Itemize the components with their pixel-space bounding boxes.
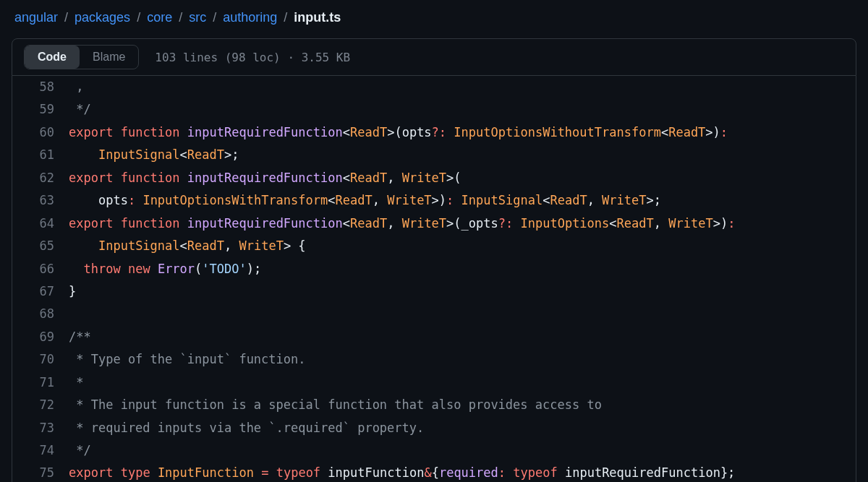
code-line: 71 * — [12, 371, 856, 394]
code-line: 70 * Type of the `input` function. — [12, 348, 856, 371]
code-line: 62export function inputRequiredFunction<… — [12, 167, 856, 189]
line-content: export function inputRequiredFunction<Re… — [69, 121, 856, 144]
line-content: export type InputFunction = typeof input… — [69, 462, 856, 482]
line-number[interactable]: 72 — [12, 394, 69, 416]
line-number[interactable]: 69 — [12, 326, 69, 348]
line-content: , — [69, 76, 856, 98]
code-line: 65 InputSignal<ReadT, WriteT> { — [12, 235, 856, 257]
line-content: export function inputRequiredFunction<Re… — [69, 212, 856, 235]
breadcrumb-link[interactable]: packages — [75, 10, 130, 25]
line-content: */ — [69, 98, 856, 121]
line-content: InputSignal<ReadT, WriteT> { — [69, 235, 856, 257]
line-content: throw new Error('TODO'); — [69, 258, 856, 280]
breadcrumb-link[interactable]: core — [147, 10, 172, 25]
line-number[interactable]: 67 — [12, 280, 69, 303]
line-content: * The input function is a special functi… — [69, 394, 856, 416]
line-number[interactable]: 65 — [12, 235, 69, 257]
line-content: * — [69, 371, 856, 394]
breadcrumb: angular / packages / core / src / author… — [0, 0, 868, 38]
code-line: 72 * The input function is a special fun… — [12, 394, 856, 416]
code-line: 68 — [12, 303, 856, 325]
code-line: 60export function inputRequiredFunction<… — [12, 121, 856, 144]
line-content: */ — [69, 439, 856, 462]
file-toolbar: Code Blame 103 lines (98 loc) · 3.55 KB — [12, 38, 856, 76]
breadcrumb-separator: / — [280, 10, 291, 25]
line-content — [69, 303, 856, 325]
code-line: 59 */ — [12, 98, 856, 121]
code-line: 63 opts: InputOptionsWithTransform<ReadT… — [12, 189, 856, 212]
breadcrumb-current: input.ts — [294, 10, 341, 25]
breadcrumb-separator: / — [61, 10, 72, 25]
code-view[interactable]: 58 ,59 */60export function inputRequired… — [12, 76, 856, 482]
line-content: opts: InputOptionsWithTransform<ReadT, W… — [69, 189, 856, 212]
breadcrumb-link[interactable]: src — [189, 10, 206, 25]
code-line: 67} — [12, 280, 856, 303]
line-number[interactable]: 61 — [12, 144, 69, 166]
line-number[interactable]: 58 — [12, 76, 69, 98]
line-content: } — [69, 280, 856, 303]
breadcrumb-separator: / — [209, 10, 220, 25]
line-content: InputSignal<ReadT>; — [69, 144, 856, 166]
line-content: * required inputs via the `.required` pr… — [69, 417, 856, 439]
code-line: 74 */ — [12, 439, 856, 462]
breadcrumb-separator: / — [133, 10, 144, 25]
breadcrumb-link[interactable]: authoring — [223, 10, 277, 25]
code-line: 61 InputSignal<ReadT>; — [12, 144, 856, 166]
file-stats: 103 lines (98 loc) · 3.55 KB — [155, 51, 350, 64]
line-number[interactable]: 64 — [12, 212, 69, 235]
line-number[interactable]: 75 — [12, 462, 69, 482]
line-number[interactable]: 59 — [12, 98, 69, 121]
line-content: export function inputRequiredFunction<Re… — [69, 167, 856, 189]
line-number[interactable]: 63 — [12, 189, 69, 212]
breadcrumb-separator: / — [175, 10, 186, 25]
view-tabs: Code Blame — [24, 45, 139, 69]
code-line: 64export function inputRequiredFunction<… — [12, 212, 856, 235]
line-content: * Type of the `input` function. — [69, 348, 856, 371]
tab-code[interactable]: Code — [25, 46, 80, 69]
code-line: 75export type InputFunction = typeof inp… — [12, 462, 856, 482]
code-line: 58 , — [12, 76, 856, 98]
line-number[interactable]: 66 — [12, 258, 69, 280]
line-number[interactable]: 60 — [12, 121, 69, 144]
line-number[interactable]: 68 — [12, 303, 69, 325]
line-number[interactable]: 71 — [12, 371, 69, 394]
line-number[interactable]: 74 — [12, 439, 69, 462]
breadcrumb-link[interactable]: angular — [14, 10, 58, 25]
line-content: /** — [69, 326, 856, 348]
code-line: 66 throw new Error('TODO'); — [12, 258, 856, 280]
code-line: 69/** — [12, 326, 856, 348]
line-number[interactable]: 62 — [12, 167, 69, 189]
code-line: 73 * required inputs via the `.required`… — [12, 417, 856, 439]
line-number[interactable]: 73 — [12, 417, 69, 439]
line-number[interactable]: 70 — [12, 348, 69, 371]
tab-blame[interactable]: Blame — [80, 46, 138, 69]
